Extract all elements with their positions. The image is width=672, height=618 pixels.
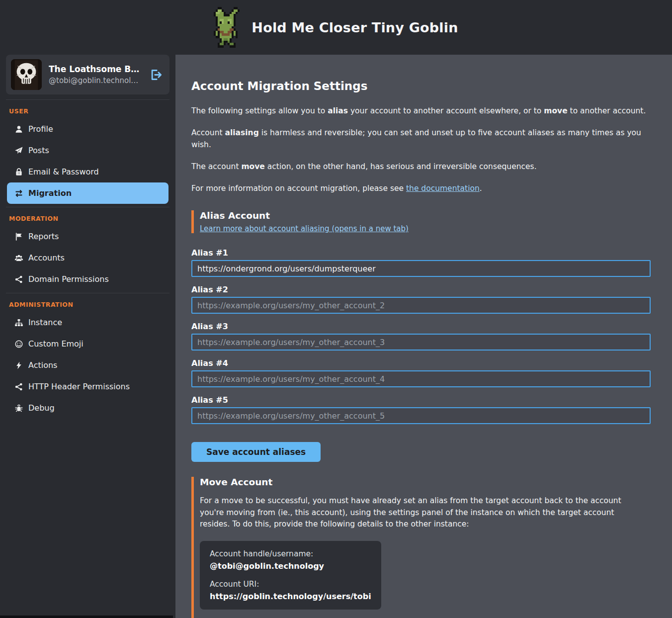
alias-field-3: Alias #3 <box>191 322 651 351</box>
sidebar: The Loathsome B… @tobi@goblin.technol… U… <box>0 55 175 618</box>
user-handle: @tobi@goblin.technol… <box>49 76 142 85</box>
sidebar-item-label: Profile <box>28 124 53 134</box>
alias-3-label: Alias #3 <box>191 322 651 331</box>
sidebar-item-label: Instance <box>28 318 62 327</box>
alias-2-label: Alias #2 <box>191 285 651 294</box>
documentation-link[interactable]: the documentation <box>406 184 480 193</box>
sidebar-item-debug[interactable]: Debug <box>0 397 175 419</box>
user-display-name: The Loathsome B… <box>49 64 142 74</box>
alias-4-label: Alias #4 <box>191 358 651 368</box>
account-uri-value: https://goblin.technology/users/tobi <box>210 592 371 601</box>
sidebar-item-migration[interactable]: Migration <box>7 182 168 204</box>
avatar <box>11 59 42 90</box>
alias-3-input[interactable] <box>191 334 651 351</box>
sidebar-item-actions[interactable]: Actions <box>0 354 175 376</box>
bug-icon <box>14 403 24 413</box>
user-card[interactable]: The Loathsome B… @tobi@goblin.technol… <box>6 55 169 94</box>
user-info: The Loathsome B… @tobi@goblin.technol… <box>49 64 142 85</box>
alias-4-input[interactable] <box>191 370 651 387</box>
instance-title: Hold Me Closer Tiny Goblin <box>252 20 458 35</box>
sidebar-item-reports[interactable]: Reports <box>0 226 175 247</box>
account-uri-label: Account URI: <box>210 580 371 589</box>
alias-2-input[interactable] <box>191 297 651 314</box>
main-content: Account Migration Settings The following… <box>175 55 672 618</box>
intro-paragraphs: The following settings allow you to alia… <box>191 105 652 194</box>
user-icon <box>14 124 24 134</box>
sidebar-item-label: Accounts <box>28 253 65 263</box>
sidebar-item-accounts[interactable]: Accounts <box>0 247 175 268</box>
sidebar-item-label: Debug <box>28 403 55 413</box>
sitemap-icon <box>14 318 24 327</box>
bolt-icon <box>14 360 24 370</box>
sidebar-item-custom-emoji[interactable]: Custom Emoji <box>0 333 175 354</box>
alias-1-input[interactable] <box>191 260 651 277</box>
alias-5-input[interactable] <box>191 407 651 424</box>
alias-1-label: Alias #1 <box>191 248 651 258</box>
alias-field-4: Alias #4 <box>191 358 651 387</box>
account-details-box: Account handle/username: @tobi@goblin.te… <box>200 541 381 610</box>
intro-paragraph-3: The account move action, on the other ha… <box>191 161 652 173</box>
alias-field-2: Alias #2 <box>191 285 651 314</box>
sidebar-item-label: Custom Emoji <box>28 339 84 349</box>
alias-field-5: Alias #5 <box>191 395 651 424</box>
intro-paragraph-4: For more information on account migratio… <box>191 183 652 194</box>
alias-field-1: Alias #1 <box>191 248 651 277</box>
skull-avatar-image <box>11 59 42 90</box>
nav-section-moderation: MODERATION <box>0 207 175 226</box>
sidebar-item-label: Reports <box>28 232 59 241</box>
sidebar-item-label: Email & Password <box>28 167 99 177</box>
sidebar-item-label: HTTP Header Permissions <box>28 382 130 391</box>
account-handle-value: @tobi@goblin.technology <box>210 561 371 571</box>
nav-section-administration: ADMINISTRATION <box>0 293 175 312</box>
share-nodes-icon <box>14 274 24 284</box>
alias-form: Alias #1 Alias #2 Alias #3 Alias #4 Alia… <box>191 248 651 462</box>
alias-5-label: Alias #5 <box>191 395 651 405</box>
alias-learn-more-link[interactable]: Learn more about account aliasing (opens… <box>200 224 409 233</box>
account-handle-label: Account handle/username: <box>210 549 371 558</box>
alias-account-section-header: Alias Account Learn more about account a… <box>191 210 652 233</box>
lock-icon <box>14 167 24 177</box>
sidebar-item-posts[interactable]: Posts <box>0 140 175 161</box>
flag-icon <box>14 232 24 241</box>
sidebar-item-label: Migration <box>28 188 72 198</box>
paper-plane-icon <box>14 146 24 155</box>
nav-section-user: USER <box>0 100 175 118</box>
save-account-aliases-button[interactable]: Save account aliases <box>191 442 321 462</box>
page-title: Account Migration Settings <box>191 80 652 92</box>
sidebar-item-label: Actions <box>28 360 57 370</box>
goblin-logo <box>214 7 242 48</box>
move-account-section: Move Account For a move to be successful… <box>191 477 652 618</box>
sidebar-item-http-header-permissions[interactable]: HTTP Header Permissions <box>0 376 175 397</box>
alias-account-title: Alias Account <box>200 210 652 221</box>
users-icon <box>14 253 24 263</box>
intro-paragraph-1: The following settings allow you to alia… <box>191 105 652 117</box>
transfer-arrows-icon <box>14 188 24 198</box>
share-nodes-icon <box>14 382 24 391</box>
sidebar-item-profile[interactable]: Profile <box>0 118 175 140</box>
move-account-description: For a move to be successful, you must ha… <box>200 495 637 530</box>
sign-out-icon[interactable] <box>149 68 163 82</box>
sidebar-item-email-password[interactable]: Email & Password <box>0 161 175 182</box>
move-account-title: Move Account <box>200 477 652 487</box>
sidebar-item-domain-permissions[interactable]: Domain Permissions <box>0 268 175 290</box>
sidebar-item-label: Domain Permissions <box>28 274 109 284</box>
sidebar-item-instance[interactable]: Instance <box>0 312 175 333</box>
instance-header: Hold Me Closer Tiny Goblin <box>0 0 672 55</box>
smiley-icon <box>14 339 24 349</box>
intro-paragraph-2: Account aliasing is harmless and reversi… <box>191 127 652 151</box>
sidebar-item-label: Posts <box>28 146 49 155</box>
